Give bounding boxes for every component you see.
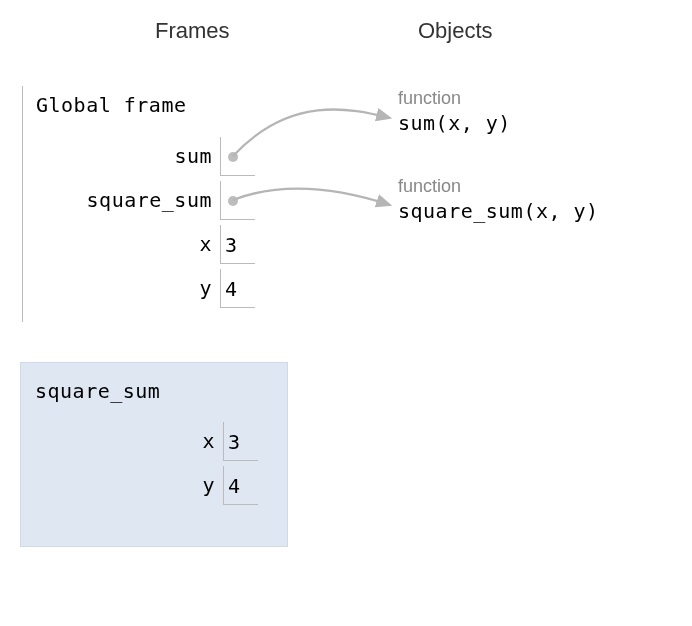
pointer-arrow-icon [233, 188, 390, 205]
local-var-row: y 4 [39, 465, 258, 505]
pointer-dot-icon [228, 152, 238, 162]
global-var-pointer [220, 181, 255, 220]
local-var-row: x 3 [39, 421, 258, 461]
object-function: function sum(x, y) [398, 88, 511, 135]
global-var-row: x 3 [36, 224, 255, 264]
object-type-label: function [398, 88, 511, 109]
local-frame-title: square_sum [35, 379, 160, 403]
global-var-label: y [36, 276, 220, 300]
global-var-row: sum [36, 136, 255, 176]
objects-heading: Objects [418, 18, 493, 44]
global-var-row: y 4 [36, 268, 255, 308]
object-signature: sum(x, y) [398, 111, 511, 135]
frames-heading: Frames [155, 18, 230, 44]
local-var-value: 3 [223, 422, 258, 461]
global-var-pointer [220, 137, 255, 176]
global-var-label: x [36, 232, 220, 256]
global-var-label: sum [36, 144, 220, 168]
global-var-value: 3 [220, 225, 255, 264]
global-var-value: 4 [220, 269, 255, 308]
global-frame-rule [22, 86, 23, 322]
local-var-value: 4 [223, 466, 258, 505]
object-signature: square_sum(x, y) [398, 199, 599, 223]
global-var-label: square_sum [36, 188, 220, 212]
global-var-row: square_sum [36, 180, 255, 220]
object-function: function square_sum(x, y) [398, 176, 599, 223]
local-frame: square_sum x 3 y 4 [20, 362, 288, 547]
pointer-dot-icon [228, 196, 238, 206]
local-var-label: x [39, 429, 223, 453]
global-frame-title: Global frame [36, 93, 187, 117]
pointer-arrow-icon [233, 109, 390, 156]
local-var-label: y [39, 473, 223, 497]
object-type-label: function [398, 176, 599, 197]
